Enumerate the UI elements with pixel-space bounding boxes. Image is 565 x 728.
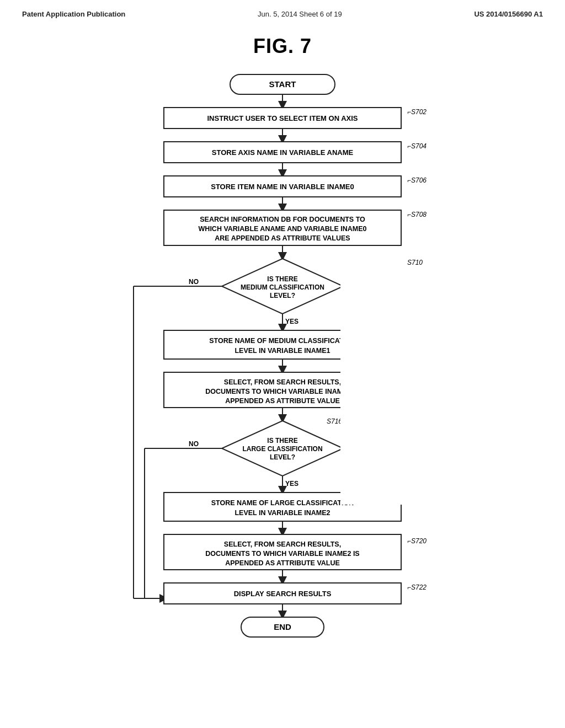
s708-line2: WHICH VARIABLE ANAME AND VARIABLE INAME0 bbox=[199, 225, 367, 233]
s710-yes: YES bbox=[285, 318, 299, 325]
s716-line2: LARGE CLASSIFICATION bbox=[242, 445, 322, 453]
svg-rect-25 bbox=[340, 279, 440, 505]
s704-text: STORE AXIS NAME IN VARIABLE ANAME bbox=[212, 148, 354, 157]
flowchart-svg: START INSTRUCT USER TO SELECT ITEM ON AX… bbox=[89, 69, 476, 687]
s720-line3: APPENDED AS ATTRIBUTE VALUE bbox=[225, 559, 340, 567]
end-label: END bbox=[274, 622, 291, 631]
s716-yes: YES bbox=[285, 480, 299, 488]
s712-line1: STORE NAME OF MEDIUM CLASSIFICATION bbox=[209, 337, 356, 345]
s708-line3: ARE APPENDED AS ATTRIBUTE VALUES bbox=[215, 234, 350, 242]
s710-line2: MEDIUM CLASSIFICATION bbox=[241, 283, 324, 291]
header-left: Patent Application Publication bbox=[22, 10, 125, 18]
s720-tag: ⌐S720 bbox=[407, 537, 427, 545]
s714-line3: APPENDED AS ATTRIBUTE VALUE bbox=[225, 397, 340, 405]
s706-text: STORE ITEM NAME IN VARIABLE INAME0 bbox=[211, 183, 354, 191]
header-right: US 2014/0156690 A1 bbox=[474, 10, 543, 18]
s712-line2: LEVEL IN VARIABLE INAME1 bbox=[234, 347, 330, 355]
s722-text: DISPLAY SEARCH RESULTS bbox=[234, 590, 332, 598]
s702-tag: ⌐S702 bbox=[407, 108, 427, 116]
main-content: FIG. 7 START INSTRUCT USER TO SELECT ITE… bbox=[0, 18, 565, 687]
s702-text: INSTRUCT USER TO SELECT ITEM ON AXIS bbox=[207, 114, 358, 122]
s706-tag: ⌐S706 bbox=[407, 176, 427, 184]
s710-line3: LEVEL? bbox=[270, 292, 295, 299]
start-label: START bbox=[269, 79, 296, 89]
s722-tag: ⌐S722 bbox=[407, 584, 427, 591]
s710-line1: IS THERE bbox=[267, 275, 297, 283]
s718-line1: STORE NAME OF LARGE CLASSIFICATION bbox=[211, 499, 354, 507]
s718-line2: LEVEL IN VARIABLE INAME2 bbox=[234, 509, 330, 517]
s716-tag: S716 bbox=[327, 417, 342, 425]
s710-no-label: NO bbox=[189, 278, 199, 286]
page-header: Patent Application Publication Jun. 5, 2… bbox=[0, 0, 565, 18]
s714-line2: DOCUMENTS TO WHICH VARIABLE INAME1 IS bbox=[205, 388, 359, 395]
s704-tag: ⌐S704 bbox=[407, 142, 427, 150]
header-center: Jun. 5, 2014 Sheet 6 of 19 bbox=[258, 10, 342, 18]
s708-line1: SEARCH INFORMATION DB FOR DOCUMENTS TO bbox=[200, 216, 365, 223]
s720-line2: DOCUMENTS TO WHICH VARIABLE INAME2 IS bbox=[205, 550, 359, 558]
s708-tag: ⌐S708 bbox=[407, 211, 427, 218]
s716-no-label: NO bbox=[189, 440, 199, 448]
s720-line1: SELECT, FROM SEARCH RESULTS, bbox=[224, 540, 341, 548]
figure-title: FIG. 7 bbox=[253, 35, 312, 58]
s716-line3: LEVEL? bbox=[270, 453, 295, 461]
s714-line1: SELECT, FROM SEARCH RESULTS, bbox=[224, 378, 341, 386]
s710-tag: S710 bbox=[407, 259, 423, 266]
s716-line1: IS THERE bbox=[267, 437, 297, 445]
